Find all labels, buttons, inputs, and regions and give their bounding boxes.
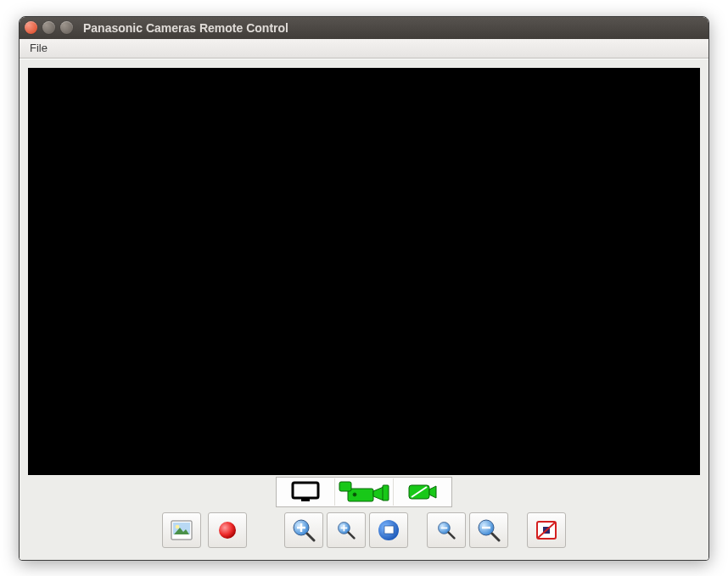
svg-rect-5: [383, 485, 389, 501]
menubar: File: [20, 39, 708, 59]
camcorder-icon: [338, 480, 390, 504]
svg-line-16: [307, 534, 314, 540]
zoom-in-icon: [336, 520, 356, 540]
mode-selector-row: [28, 477, 700, 507]
svg-rect-24: [384, 526, 394, 534]
svg-point-12: [176, 524, 180, 528]
zoom-in-button[interactable]: [327, 512, 366, 548]
window-title: Panasonic Cameras Remote Control: [83, 21, 288, 35]
svg-point-14: [219, 522, 236, 539]
window-maximize-button[interactable]: [60, 21, 73, 34]
snapshot-button[interactable]: [162, 512, 201, 548]
svg-line-26: [449, 532, 455, 538]
record-button[interactable]: [208, 512, 247, 548]
zoom-out-fast-button[interactable]: [469, 512, 508, 548]
zoom-fit-icon: [378, 519, 400, 541]
zoom-reset-button[interactable]: [369, 512, 408, 548]
svg-rect-1: [301, 499, 310, 501]
zoom-in-fast-button[interactable]: [284, 512, 323, 548]
zoom-in-large-icon: [292, 518, 316, 542]
zoom-out-button[interactable]: [427, 512, 466, 548]
record-icon: [217, 520, 238, 540]
picture-icon: [171, 520, 193, 540]
window-minimize-button[interactable]: [42, 21, 55, 34]
window-close-button[interactable]: [25, 21, 37, 34]
svg-line-29: [492, 534, 499, 540]
svg-marker-4: [373, 487, 384, 501]
toolbar: [28, 512, 700, 551]
menu-file[interactable]: File: [25, 40, 53, 56]
stop-recording-icon: [535, 519, 558, 541]
mode-monitor[interactable]: [277, 478, 334, 506]
zoom-out-large-icon: [477, 518, 501, 542]
client-area: [20, 59, 708, 560]
zoom-out-icon: [436, 520, 456, 540]
video-viewport: [28, 68, 700, 475]
svg-marker-8: [429, 486, 436, 498]
mode-camera-off[interactable]: [393, 478, 451, 506]
titlebar: Panasonic Cameras Remote Control: [20, 17, 708, 39]
camera-off-icon: [407, 482, 438, 502]
svg-rect-0: [293, 483, 318, 498]
mode-selector: [276, 477, 452, 507]
svg-line-20: [349, 532, 355, 538]
svg-point-6: [353, 493, 356, 496]
mode-camcorder[interactable]: [334, 478, 393, 506]
svg-rect-3: [339, 482, 351, 491]
svg-rect-2: [348, 489, 373, 501]
app-window: Panasonic Cameras Remote Control File: [19, 16, 709, 561]
stop-recording-button[interactable]: [527, 512, 566, 548]
monitor-icon: [291, 481, 320, 503]
